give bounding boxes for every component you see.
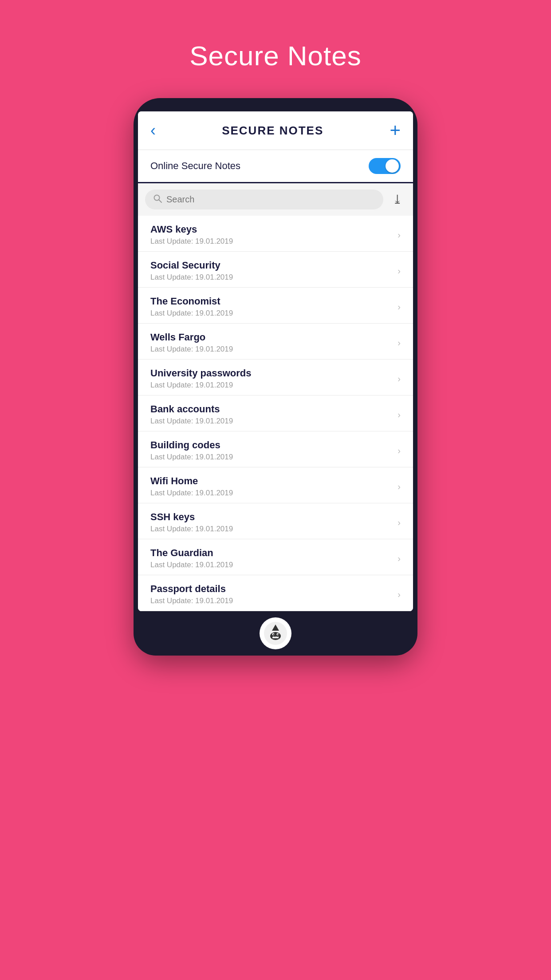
note-item-info: Wifi Home Last Update: 19.01.2019 <box>150 475 233 498</box>
note-list-item[interactable]: Bank accounts Last Update: 19.01.2019 › <box>138 395 413 431</box>
note-item-info: Passport details Last Update: 19.01.2019 <box>150 583 233 605</box>
note-item-info: AWS keys Last Update: 19.01.2019 <box>150 224 233 246</box>
note-meta: Last Update: 19.01.2019 <box>150 309 233 318</box>
note-name: Social Security <box>150 260 233 271</box>
note-list-item[interactable]: Wifi Home Last Update: 19.01.2019 › <box>138 467 413 503</box>
note-list-item[interactable]: SSH keys Last Update: 19.01.2019 › <box>138 503 413 539</box>
note-item-info: Wells Fargo Last Update: 19.01.2019 <box>150 332 233 354</box>
note-list-item[interactable]: Wells Fargo Last Update: 19.01.2019 › <box>138 324 413 360</box>
header-title: SECURE NOTES <box>222 124 323 138</box>
note-name: Passport details <box>150 583 233 595</box>
note-item-info: Social Security Last Update: 19.01.2019 <box>150 260 233 282</box>
phone-screen: ‹ SECURE NOTES + Online Secure Notes ⤓ <box>138 111 413 611</box>
note-chevron-icon: › <box>398 302 401 312</box>
note-item-info: Building codes Last Update: 19.01.2019 <box>150 439 233 462</box>
search-icon <box>153 194 162 205</box>
svg-line-1 <box>159 200 161 202</box>
svg-point-3 <box>270 632 281 640</box>
search-row: ⤓ <box>138 183 413 216</box>
online-toggle-row: Online Secure Notes <box>138 150 413 183</box>
note-date: Last Update: 19.01.2019 <box>150 381 233 390</box>
note-list-item[interactable]: University passwords Last Update: 19.01.… <box>138 360 413 395</box>
note-date: Last Update: 19.01.2019 <box>150 561 233 569</box>
note-date: Last Update: 19.01.2019 <box>150 345 233 354</box>
note-chevron-icon: › <box>398 518 401 528</box>
note-item-info: Bank accounts Last Update: 19.01.2019 <box>150 403 233 426</box>
note-meta: Last Update: 19.01.2019 <box>150 237 233 246</box>
note-list-item[interactable]: Building codes Last Update: 19.01.2019 › <box>138 431 413 467</box>
phone-bottom-bar <box>134 611 417 656</box>
note-meta: Last Update: 19.01.2019 <box>150 489 233 498</box>
note-date: Last Update: 19.01.2019 <box>150 273 233 282</box>
note-chevron-icon: › <box>398 230 401 240</box>
note-date: Last Update: 19.01.2019 <box>150 453 233 462</box>
notes-list: AWS keys Last Update: 19.01.2019 › Socia… <box>138 216 413 611</box>
note-item-info: University passwords Last Update: 19.01.… <box>150 368 251 390</box>
note-chevron-icon: › <box>398 589 401 600</box>
svg-point-7 <box>278 634 279 635</box>
note-name: SSH keys <box>150 511 233 523</box>
note-chevron-icon: › <box>398 410 401 420</box>
note-list-item[interactable]: Passport details Last Update: 19.01.2019… <box>138 575 413 611</box>
note-chevron-icon: › <box>398 266 401 276</box>
note-chevron-icon: › <box>398 374 401 384</box>
note-meta: Last Update: 19.01.2019 <box>150 525 233 533</box>
note-date: Last Update: 19.01.2019 <box>150 489 233 498</box>
note-list-item[interactable]: AWS keys Last Update: 19.01.2019 › <box>138 216 413 252</box>
note-name: AWS keys <box>150 224 233 235</box>
note-item-info: The Guardian Last Update: 19.01.2019 <box>150 547 233 569</box>
note-list-item[interactable]: The Guardian Last Update: 19.01.2019 › <box>138 539 413 575</box>
note-chevron-icon: › <box>398 482 401 492</box>
note-meta: Last Update: 19.01.2019 <box>150 561 233 569</box>
note-chevron-icon: › <box>398 446 401 456</box>
note-date: Last Update: 19.01.2019 <box>150 417 233 426</box>
note-name: Bank accounts <box>150 403 233 415</box>
note-name: Building codes <box>150 439 233 451</box>
app-logo <box>260 617 291 649</box>
app-header: ‹ SECURE NOTES + <box>138 111 413 150</box>
sort-chevrons-icon[interactable]: ⤓ <box>389 190 406 209</box>
phone-device: ‹ SECURE NOTES + Online Secure Notes ⤓ <box>134 98 417 656</box>
note-meta: Last Update: 19.01.2019 <box>150 381 251 390</box>
note-date: Last Update: 19.01.2019 <box>150 597 233 605</box>
note-meta: Last Update: 19.01.2019 <box>150 417 233 426</box>
note-meta: Last Update: 19.01.2019 <box>150 345 233 354</box>
back-button[interactable]: ‹ <box>150 122 156 138</box>
note-chevron-icon: › <box>398 553 401 564</box>
note-name: Wells Fargo <box>150 332 233 343</box>
search-input-wrap[interactable] <box>145 190 383 209</box>
online-toggle-label: Online Secure Notes <box>150 160 240 172</box>
note-name: The Economist <box>150 296 233 307</box>
note-meta: Last Update: 19.01.2019 <box>150 273 233 282</box>
note-meta: Last Update: 19.01.2019 <box>150 453 233 462</box>
note-item-info: SSH keys Last Update: 19.01.2019 <box>150 511 233 533</box>
svg-point-6 <box>273 634 274 635</box>
note-meta: Last Update: 19.01.2019 <box>150 597 233 605</box>
page-background-title: Secure Notes <box>189 40 362 71</box>
search-input[interactable] <box>166 194 375 205</box>
note-name: University passwords <box>150 368 251 379</box>
note-date: Last Update: 19.01.2019 <box>150 237 233 246</box>
note-name: Wifi Home <box>150 475 233 487</box>
note-item-info: The Economist Last Update: 19.01.2019 <box>150 296 233 318</box>
note-list-item[interactable]: The Economist Last Update: 19.01.2019 › <box>138 288 413 324</box>
note-date: Last Update: 19.01.2019 <box>150 309 233 318</box>
note-list-item[interactable]: Social Security Last Update: 19.01.2019 … <box>138 252 413 288</box>
add-note-button[interactable]: + <box>390 121 401 140</box>
note-date: Last Update: 19.01.2019 <box>150 525 233 533</box>
online-toggle-switch[interactable] <box>369 158 401 174</box>
note-chevron-icon: › <box>398 338 401 348</box>
note-name: The Guardian <box>150 547 233 559</box>
